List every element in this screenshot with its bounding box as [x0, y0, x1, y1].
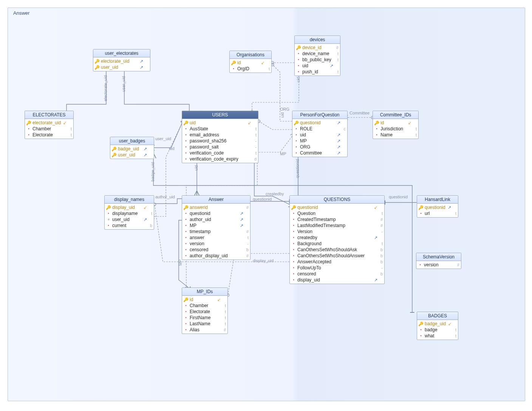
fk-in-icon: ↙ [217, 297, 221, 303]
relation-label: user_uid [121, 76, 126, 92]
column: •Alias# [184, 327, 226, 333]
dot-icon: • [419, 333, 423, 339]
entity-display_names[interactable]: display_names🔑display_uid↙•displaynamet⚬… [104, 195, 154, 230]
dot-icon: • [291, 235, 296, 241]
column: •badget [419, 327, 456, 333]
column: •password_salt- [184, 144, 257, 150]
column-type: # [379, 222, 383, 229]
entity-user_electorates[interactable]: user_electorates🔑electorate_uid↗🔑user_ui… [93, 49, 150, 71]
entity-columns: 🔑questionid↗•ROLEc•uid↗•MP↗•ORG↗•Committ… [292, 119, 347, 157]
column-type: # [456, 262, 459, 268]
column-name: password_sha256 [190, 138, 251, 144]
relation-label: badge_uid [150, 162, 155, 181]
fk-out-icon: ↗ [140, 64, 143, 70]
column: 🔑questionid↗ [294, 120, 346, 126]
fk-in-icon: ↙ [448, 321, 452, 327]
entity-columns: 🔑id↙•Jurisdictiont•Namet [373, 119, 418, 139]
entity-columns: 🔑answerid#•questionid↗•author_uid↗•MP↗•t… [182, 204, 250, 260]
entity-columns: 🔑uid↙•AusStatet•email_addresst•password_… [182, 119, 258, 163]
entity-BADGES[interactable]: BADGES🔑badge_uid↙•badget•whatt [417, 312, 458, 340]
entity-Committee_IDs[interactable]: Committee_IDs🔑id↙•Jurisdictiont•Namet [373, 111, 419, 139]
fk-in-icon: ↙ [144, 204, 147, 210]
entity-title: devices [295, 36, 340, 44]
fk-out-icon: ↗ [144, 216, 147, 222]
column: •author_uid↗ [184, 216, 249, 222]
dot-icon: • [184, 241, 188, 247]
column: •email_addresst [184, 132, 257, 138]
entity-columns: 🔑questionid↙•Questiont•CreatedTimestamp#… [290, 204, 384, 284]
column-name: OrgID [237, 66, 264, 72]
dot-icon: • [184, 150, 188, 156]
dot-icon: • [374, 126, 379, 132]
column-name: display_uid [112, 204, 141, 210]
fk-out-icon: ↗ [337, 120, 340, 126]
diagram-frame: Answer [8, 8, 525, 401]
entity-Organisations[interactable]: Organisations🔑id↙•OrgIDt [229, 51, 272, 73]
key-icon: 🔑 [112, 146, 116, 152]
fk-in-icon: ↙ [374, 204, 377, 210]
column: •CreatedTimestamp# [291, 216, 383, 222]
entity-columns: 🔑id↙•OrgIDt [230, 59, 271, 73]
column: •timestamp# [184, 229, 249, 235]
column: 🔑answerid# [184, 204, 249, 210]
dot-icon: • [291, 271, 296, 277]
dot-icon: • [184, 253, 188, 259]
dot-icon: • [184, 222, 188, 229]
dot-icon: • [291, 216, 296, 222]
column: •ROLEc [294, 126, 346, 132]
entity-Answer[interactable]: Answer🔑answerid#•questionid↗•author_uid↗… [182, 195, 251, 260]
entity-PersonForQuestion[interactable]: PersonForQuestion🔑questionid↗•ROLEc•uid↗… [292, 111, 348, 157]
dot-icon: • [294, 144, 298, 150]
column-type: b [379, 247, 383, 253]
dot-icon: • [184, 303, 188, 309]
dot-icon: • [184, 327, 188, 333]
relation-label: author_uid [155, 195, 175, 199]
fk-out-icon: ↗ [448, 204, 451, 210]
column-name: LastModifiedTimestamp [297, 222, 377, 229]
column-type: t [453, 333, 456, 339]
entity-title: Organisations [230, 51, 271, 59]
entity-MP_IDs[interactable]: MP_IDs🔑id↙•Chambert•Electoratet•FirstNam… [182, 287, 228, 334]
entity-QUESTIONS[interactable]: QUESTIONS🔑questionid↙•Questiont•CreatedT… [289, 195, 385, 284]
dot-icon: • [26, 126, 31, 132]
fk-in-icon: ↙ [63, 120, 66, 126]
dot-icon: • [184, 229, 188, 235]
dot-icon: • [184, 126, 188, 132]
column: •urlt [419, 210, 456, 216]
dot-icon: • [291, 229, 296, 235]
dot-icon: • [184, 144, 188, 150]
key-icon: 🔑 [296, 45, 301, 51]
column: •version- [184, 241, 249, 247]
entity-HansardLink[interactable]: HansardLink🔑questionid↗•urlt [417, 195, 458, 218]
relation-label: uid [296, 77, 300, 82]
entity-title: HansardLink [417, 196, 458, 204]
entity-USERS[interactable]: USERS🔑uid↙•AusStatet•email_addresst•pass… [182, 111, 258, 163]
column: •Version- [291, 229, 383, 235]
column-type: # [335, 45, 339, 51]
column-name: Electorate [190, 309, 221, 315]
dot-icon: • [294, 138, 298, 144]
entity-devices[interactable]: devices🔑device_id#•device_namet•bb_publi… [294, 36, 340, 76]
entity-user_badges[interactable]: user_badges🔑badge_uid↗🔑user_uid↗ [110, 137, 154, 159]
fk-out-icon: ↗ [374, 277, 377, 283]
entity-columns: 🔑id↙•Chambert•Electoratet•FirstNamet•Las… [182, 296, 227, 334]
entity-ELECTORATES[interactable]: ELECTORATES🔑electorate_uid↙•Chambert•Ele… [25, 111, 74, 139]
dot-icon: • [184, 132, 188, 138]
column-type: t [253, 132, 257, 138]
column: 🔑id↙ [374, 120, 417, 126]
dot-icon: • [184, 138, 188, 144]
key-icon: 🔑 [374, 120, 379, 126]
key-icon: 🔑 [294, 120, 298, 126]
column-name: answerid [190, 204, 243, 210]
column-name: email_address [190, 132, 251, 138]
column-type: t [68, 132, 72, 138]
column: 🔑electorate_uid↗ [95, 58, 148, 64]
column: •Chambert [184, 303, 226, 309]
entity-SchemaVersion[interactable]: SchemaVersion•version# [416, 253, 461, 269]
column: •Namet [374, 132, 417, 138]
column: •CanOthersSetWhoShouldAnswerb [291, 253, 383, 259]
column: •createdby↗ [291, 235, 383, 241]
column-name: electorate_uid [101, 58, 138, 64]
key-icon: 🔑 [184, 120, 188, 126]
column: •display_uid↗ [291, 277, 383, 283]
